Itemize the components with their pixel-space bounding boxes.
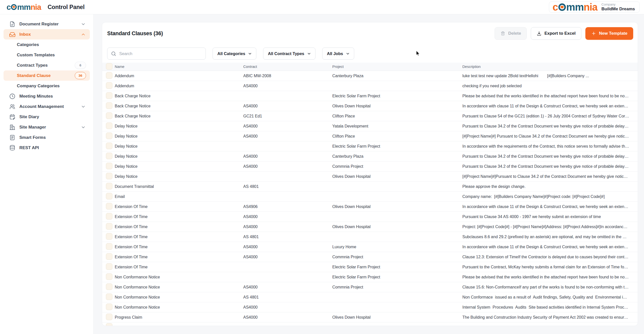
sidebar-item-site-diary[interactable]: Site Diary [4,112,90,122]
row-project: Luxury Home [332,245,462,249]
table-row[interactable]: Non Conformance Notice AS4000 Commnia Pr… [102,282,638,292]
row-checkbox[interactable] [106,253,112,260]
table-row[interactable]: Delay Notice AS4000 Clifton Place [#[Pro… [102,131,638,141]
row-checkbox[interactable] [106,122,112,129]
sidebar-item-categories[interactable]: Categories [4,39,90,50]
table-row[interactable]: Back Charge Notice GC21 Ed1 Clifton Plac… [102,111,638,121]
table-row[interactable]: Extension Of Time AS4000 Olives Down Hos… [102,222,638,232]
row-checkbox[interactable] [106,273,112,280]
row-checkbox[interactable] [106,233,112,240]
row-checkbox[interactable] [106,183,112,189]
row-description: Pursuant to Clause 34 AS 4000 - 1997 we … [462,215,633,219]
export-to-excel-button[interactable]: Export to Excel [531,27,581,40]
filter-row: All Categories All Contract Types All Jo… [107,48,354,60]
row-checkbox[interactable] [106,143,112,149]
row-checkbox[interactable] [106,304,112,310]
row-checkbox[interactable] [106,263,112,270]
row-checkbox[interactable] [106,223,112,230]
sidebar-item-custom-templates[interactable]: Custom Templates [4,50,90,60]
row-checkbox[interactable] [106,163,112,169]
sidebar-item-site-manager[interactable]: Site Manager [4,122,90,132]
row-checkbox[interactable] [106,314,112,320]
table-row[interactable]: Non Conformance Notice Electric Solar Fa… [102,272,638,282]
table-row[interactable]: Addendum ABIC MW-2008 Canterbury Plaza l… [102,71,638,81]
row-name: Back Charge Notice [115,104,243,108]
table-row[interactable]: Extension Of Time AS4000 Pursuant to Cla… [102,212,638,222]
row-contract: AS4000 [243,84,332,88]
table-row[interactable]: Delay Notice AS4000 Canterbury Plaza Pur… [102,151,638,161]
search-input[interactable] [119,51,202,56]
table-row[interactable]: Email Company name: [#[Builders Company … [102,192,638,202]
sidebar-item-standard-clause[interactable]: Standard Clause 36 [4,70,90,81]
row-name: Addendum [115,74,243,78]
row-checkbox[interactable] [106,283,112,290]
row-checkbox[interactable] [106,92,112,99]
row-checkbox[interactable] [106,82,112,89]
row-checkbox[interactable] [106,323,112,326]
table-row[interactable]: Extension Of Time AS4000 Luxury Home In … [102,242,638,252]
top-header: cmmnia Control Panel cmmnia Company Buil… [0,0,644,14]
row-project: Electric Solar Farm Project [332,275,462,279]
table-row[interactable]: Non Conformance Notice AS 4801 Non Confo… [102,292,638,302]
row-checkbox[interactable] [106,294,112,300]
new-template-button[interactable]: New Template [585,27,633,40]
inbox-icon [9,31,16,38]
row-description: Clause 12.3: Extension of TimeIf the Con… [462,255,633,259]
all-categories-dropdown[interactable]: All Categories [213,48,256,60]
row-project: Yatala Development [332,124,462,129]
row-project: Commnia Project [332,164,462,169]
row-checkbox[interactable] [106,193,112,199]
row-name: Document Transmittal [115,184,243,189]
row-checkbox[interactable] [106,173,112,179]
table-row[interactable]: Back Charge Notice Electric Solar Farm P… [102,91,638,101]
table-row[interactable]: Back Charge Notice AS4000 Olives Down Ho… [102,101,638,111]
table-row[interactable]: Extension Of Time AS4906 Olives Down Hos… [102,202,638,212]
row-checkbox[interactable] [106,112,112,119]
sidebar-item-account-management[interactable]: Account Management [4,101,90,112]
sidebar-item-rest-api[interactable]: REST API [4,143,90,153]
sidebar-item-label: Categories [17,42,39,47]
table-row[interactable]: Extension Of Time Electric Solar Farm Pr… [102,262,638,272]
row-contract: AS4000 [243,225,332,229]
row-checkbox[interactable] [106,243,112,250]
table-row[interactable]: Delay Notice AS4000 Commnia Project Purs… [102,161,638,172]
sidebar-item-meeting-minutes[interactable]: Meeting Minutes [4,91,90,101]
column-header-project: Project [332,65,462,69]
row-contract: ABIC MW-2008 [243,74,332,78]
dropdown-label: All Contract Types [268,51,304,56]
table-row[interactable]: Progress Claim AS4000 Olives Down Hospit… [102,312,638,322]
table-row[interactable]: Delay Notice Olives Down Hospital [#[Pro… [102,172,638,182]
row-name: Delay Notice [115,164,243,169]
row-checkbox[interactable] [106,102,112,109]
row-project: Commnia Project [332,285,462,289]
table-row[interactable]: Extension Of Time AS 4801 Subclauses 8.6… [102,232,638,242]
delete-button[interactable]: Delete [495,27,527,40]
table-row[interactable]: Document Transmittal AS 4801 Please appr… [102,182,638,192]
all-jobs-dropdown[interactable]: All Jobs [322,48,354,60]
sidebar-item-label: Company Categories [17,84,60,89]
sidebar-item-inbox[interactable]: Inbox [4,29,90,39]
row-checkbox[interactable] [106,153,112,159]
row-checkbox[interactable] [106,213,112,220]
sidebar-item-contract-types[interactable]: Contract Types 6 [4,60,90,70]
table-row[interactable]: Delay Notice AS4000 Yatala Development P… [102,121,638,131]
table-row[interactable]: Addendum AS4000 checking if you need job… [102,81,638,91]
chevron-down-icon [81,104,86,109]
chevron-down-icon [307,52,311,56]
sidebar-item-label: Contract Types [17,63,48,68]
company-switcher[interactable]: cmmnia Company BuildMe Dreams [549,2,640,13]
row-description: Pursuant to Clause 34.2 of the Contract … [462,124,633,129]
table-row[interactable]: Delay Notice Electric Solar Farm Project… [102,141,638,151]
sidebar-item-smart-forms[interactable]: Smart Forms [4,132,90,143]
row-checkbox[interactable] [106,72,112,79]
table-row[interactable]: Non Conformance Notice AS4000 Internal S… [102,302,638,312]
all-contract-types-dropdown[interactable]: All Contract Types [263,48,315,60]
search-box [107,48,206,60]
select-all-checkbox[interactable] [106,63,112,70]
row-checkbox[interactable] [106,203,112,210]
sidebar-item-document-register[interactable]: Document Register [4,19,90,29]
row-description: Pursuant to Clause 54 of the GC21 (editi… [462,114,633,118]
table-row[interactable]: Extension Of Time AS4000 Commnia Project… [102,252,638,262]
sidebar-item-company-categories[interactable]: Company Categories [4,81,90,91]
row-checkbox[interactable] [106,133,112,139]
